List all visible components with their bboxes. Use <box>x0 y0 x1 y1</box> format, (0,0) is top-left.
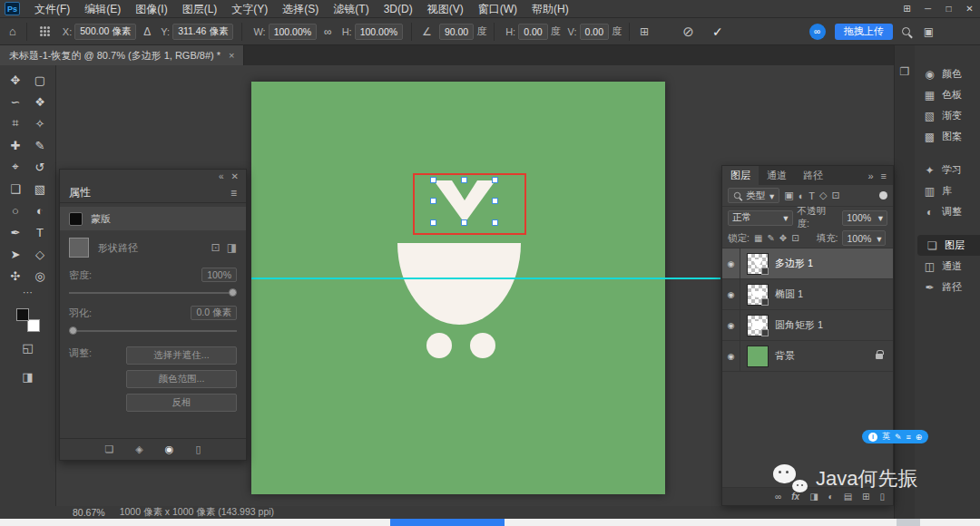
layer-filter-type-select[interactable]: 类型 ▾ <box>728 188 779 203</box>
feather-slider-knob[interactable] <box>69 326 77 335</box>
menu-window[interactable]: 窗口(W) <box>471 0 524 18</box>
transform-handle-e[interactable] <box>492 198 498 204</box>
dock-item-swatches[interactable]: ▦ 色板 <box>915 84 980 105</box>
width-field[interactable]: 100.00% <box>269 24 317 40</box>
image-panel-icon[interactable]: ▣ <box>924 25 934 38</box>
transform-handle-sw[interactable] <box>430 219 436 226</box>
layer-name[interactable]: 圆角矩形 1 <box>775 318 823 332</box>
new-group-icon[interactable]: ▤ <box>844 492 852 502</box>
vector-mask-icon[interactable]: ⊡ <box>211 241 220 254</box>
transform-handle-w[interactable] <box>430 198 436 204</box>
menu-image[interactable]: 图像(I) <box>128 0 174 18</box>
ime-language[interactable]: 英 <box>882 431 890 443</box>
eraser-tool[interactable]: ❑ <box>4 178 28 200</box>
ime-toolbar[interactable]: i 英 ✎ ≡ ⊕ <box>862 430 928 443</box>
color-range-button[interactable]: 颜色范围... <box>126 370 237 388</box>
panel-stack-icon[interactable]: ❐ <box>900 65 910 78</box>
transform-handle-s[interactable] <box>461 219 467 226</box>
mask-visibility-eye-icon[interactable]: ◉ <box>165 443 174 455</box>
ime-more-icon[interactable]: ⊕ <box>916 433 923 442</box>
layer-thumbnail[interactable] <box>747 253 769 275</box>
foreground-color-swatch[interactable] <box>16 308 29 321</box>
layer-effects-icon[interactable]: fx <box>791 492 799 502</box>
visibility-eye-icon[interactable]: ◉ <box>722 279 740 309</box>
layer-row-polygon[interactable]: ◉ 多边形 1 <box>722 248 893 279</box>
filter-type-icon[interactable]: T <box>808 190 815 201</box>
dock-item-libraries[interactable]: ▥ 库 <box>915 180 980 201</box>
cloud-upload-icon[interactable]: ∞ <box>809 24 826 40</box>
menu-layer[interactable]: 图层(L) <box>175 0 225 18</box>
x-position-field[interactable]: 500.00 像素 <box>74 24 136 40</box>
tab-channels[interactable]: 通道 <box>759 166 795 185</box>
layer-row-background[interactable]: ◉ 背景 <box>722 341 893 372</box>
tab-layers[interactable]: 图层 <box>722 166 759 185</box>
lock-all-icon[interactable]: ⊡ <box>791 233 799 243</box>
dock-item-color[interactable]: ◉ 颜色 <box>915 63 980 84</box>
filter-toggle-icon[interactable] <box>879 191 887 200</box>
background-color-swatch[interactable] <box>27 319 40 332</box>
ellipse-shape[interactable] <box>397 243 521 325</box>
dock-item-gradients[interactable]: ▧ 渐变 <box>915 105 980 126</box>
hand-tool[interactable]: ✣ <box>4 265 28 287</box>
move-tool[interactable]: ✥ <box>4 69 28 91</box>
canvas[interactable] <box>251 82 665 494</box>
search-icon[interactable] <box>902 27 910 35</box>
density-slider[interactable] <box>69 286 237 299</box>
history-brush-tool[interactable]: ↺ <box>28 156 53 178</box>
pen-tool[interactable]: ✒ <box>4 221 28 243</box>
ime-menu-icon[interactable]: ≡ <box>906 433 911 442</box>
menu-filter[interactable]: 滤镜(T) <box>326 0 376 18</box>
blend-mode-select[interactable]: 正常 ▾ <box>728 210 793 226</box>
eyedropper-tool[interactable]: ✧ <box>28 112 53 134</box>
interpolation-icon[interactable]: ⊞ <box>640 25 649 38</box>
skew-v-field[interactable]: 0.00 <box>580 24 609 40</box>
lasso-tool[interactable]: ∽ <box>4 91 28 112</box>
screen-mode-icon[interactable]: ◨ <box>22 370 33 390</box>
lock-position-icon[interactable]: ✥ <box>779 233 787 243</box>
apply-mask-icon[interactable]: ◈ <box>135 443 142 455</box>
invert-button[interactable]: 反相 <box>126 394 237 412</box>
opacity-select[interactable]: 100% ▾ <box>842 210 887 226</box>
dock-item-adjustments[interactable]: ◐ 调整 <box>915 201 980 222</box>
menu-help[interactable]: 帮助(H) <box>524 0 576 18</box>
more-tools-icon[interactable]: ⋯ <box>23 287 33 301</box>
close-button[interactable]: ✕ <box>959 0 980 18</box>
type-tool[interactable]: T <box>28 221 53 243</box>
workspace-icon[interactable]: ⊞ <box>897 0 917 18</box>
menu-edit[interactable]: 编辑(E) <box>77 0 128 18</box>
menu-file[interactable]: 文件(F) <box>27 0 77 18</box>
zoom-level-field[interactable]: 80.67% <box>73 507 105 518</box>
taskbar-active-app[interactable] <box>390 519 505 526</box>
y-position-field[interactable]: 311.46 像素 <box>172 24 233 40</box>
tab-close-icon[interactable]: × <box>229 50 234 61</box>
drag-upload-button[interactable]: 拖拽上传 <box>835 24 893 40</box>
home-icon[interactable]: ⌂ <box>9 24 16 38</box>
dock-item-patterns[interactable]: ▩ 图案 <box>915 126 980 147</box>
maximize-button[interactable]: □ <box>938 0 959 18</box>
rounded-rect-shape-right[interactable] <box>470 333 495 358</box>
rotation-field[interactable]: 90.00 <box>439 24 474 40</box>
ime-pen-icon[interactable]: ✎ <box>895 433 902 442</box>
healing-tool[interactable]: ✚ <box>4 134 28 156</box>
link-layers-icon[interactable]: ∞ <box>775 492 781 502</box>
dock-item-paths[interactable]: ✒ 路径 <box>915 277 980 297</box>
dock-item-learn[interactable]: ✦ 学习 <box>915 160 980 180</box>
visibility-eye-icon[interactable]: ◉ <box>722 248 740 278</box>
cancel-transform-icon[interactable]: ⊘ <box>682 24 694 40</box>
commit-transform-icon[interactable]: ✓ <box>712 24 723 39</box>
load-selection-icon[interactable]: ❏ <box>104 443 113 455</box>
lock-pixels-icon[interactable]: ✎ <box>767 233 774 243</box>
menu-3d[interactable]: 3D(D) <box>377 0 420 18</box>
layer-name[interactable]: 椭圆 1 <box>775 287 803 301</box>
os-taskbar[interactable] <box>0 519 980 526</box>
collapse-panel-icon[interactable]: « <box>219 171 224 181</box>
menu-type[interactable]: 文字(Y) <box>224 0 275 18</box>
quick-mask-icon[interactable]: ◱ <box>22 341 33 361</box>
gradient-tool[interactable]: ▧ <box>28 178 53 200</box>
shape-tool[interactable]: ◇ <box>28 243 53 265</box>
skew-h-field[interactable]: 0.00 <box>518 24 547 40</box>
add-mask-icon[interactable]: ◨ <box>809 492 818 502</box>
layer-thumbnail[interactable] <box>747 284 769 306</box>
density-slider-knob[interactable] <box>229 288 237 297</box>
link-dimensions-icon[interactable]: ∞ <box>324 25 332 38</box>
